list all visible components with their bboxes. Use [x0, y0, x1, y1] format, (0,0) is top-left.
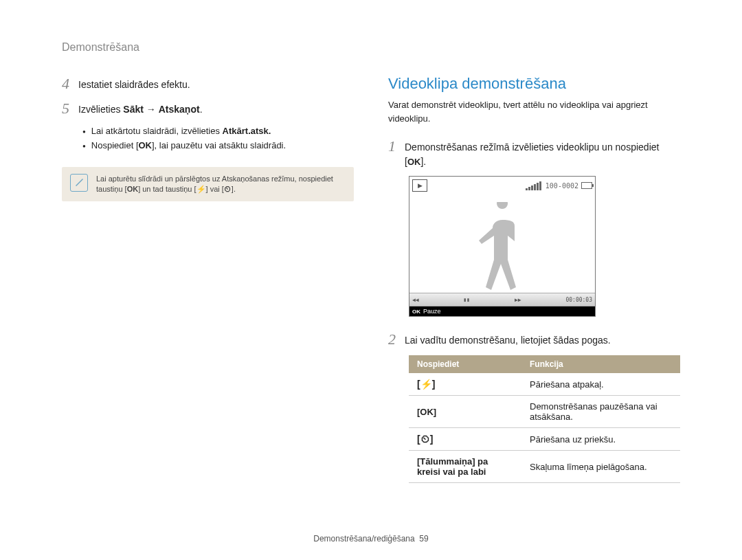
text-bold: Atkārt.atsk.: [223, 126, 271, 136]
timer-icon: ⏲: [224, 185, 232, 193]
step-text: Iestatiet slaidrādes efektu.: [78, 75, 190, 92]
note-box: Lai apturētu slīdrādi un pārslēgtos uz A…: [62, 167, 354, 202]
ok-icon: OK: [407, 157, 421, 167]
table-row: [⚡] Pāriešana atpakaļ.: [409, 373, 680, 396]
text: Demonstrēšanas režīmā izvēlieties videok…: [405, 142, 659, 167]
elapsed-time: 00:00:03: [565, 297, 592, 303]
intro-text: Varat demonstrēt videoklipu, tvert attēl…: [388, 98, 680, 125]
ok-icon: OK: [139, 140, 153, 150]
th-function: Funkcija: [521, 355, 680, 373]
file-counter: 100-0002: [546, 182, 578, 190]
text-bold: Atskaņot: [159, 104, 200, 115]
page-number: 59: [419, 534, 428, 544]
pause-label: Pauze: [423, 308, 441, 315]
playback-bar: ◀◀ ▮▮ ▶▶ 00:00:03: [409, 293, 595, 306]
ok-bar: OK Pauze: [409, 306, 595, 316]
step-text: Demonstrēšanas režīmā izvēlieties videok…: [405, 137, 680, 169]
step-number: 4: [62, 75, 78, 93]
list-item: Nospiediet [OK], lai pauzētu vai atsāktu…: [82, 139, 354, 153]
table-row: [⏲] Pāriešana uz priekšu.: [409, 428, 680, 451]
text: ] vai [: [206, 185, 224, 193]
footer-label: Demonstrēšana/rediģēšana: [313, 534, 414, 544]
list-item: Lai atkārtotu slaidrādi, izvēlieties Atk…: [82, 124, 354, 139]
text: ], lai pauzētu vai atsāktu slaidrādi.: [152, 140, 286, 150]
text: ].: [232, 185, 236, 193]
step-2: 2 Lai vadītu demonstrēšanu, lietojiet šā…: [388, 331, 680, 348]
ok-icon: [OK]: [417, 407, 436, 417]
volume-icon: [526, 181, 541, 190]
text: ] un tad taustiņu [: [138, 185, 196, 193]
text: .: [200, 104, 203, 115]
step-1: 1 Demonstrēšanas režīmā izvēlieties vide…: [388, 137, 680, 169]
play-indicator-icon: ▶: [412, 179, 427, 192]
figure-silhouette: [409, 193, 595, 291]
left-column: 4 Iestatiet slaidrādes efektu. 5 Izvēlie…: [62, 75, 354, 534]
flash-icon: ⚡: [196, 185, 206, 193]
ok-icon: OK: [127, 185, 139, 193]
text: Lai atkārtotu slaidrādi, izvēlieties: [91, 126, 223, 136]
func-text: Demonstrēšanas pauzēšana vai atsākšana.: [521, 396, 680, 428]
text-bold: Sākt: [123, 104, 144, 115]
step-5: 5 Izvēlieties Sākt → Atskaņot.: [62, 100, 354, 117]
function-table: Nospiediet Funkcija [⚡] Pāriešana atpaka…: [409, 355, 680, 483]
arrow: →: [144, 104, 159, 115]
timer-icon: [⏲]: [417, 434, 433, 445]
video-preview: ▶ 100-0002 ◀◀ ▮: [409, 176, 596, 317]
step-number: 5: [62, 100, 78, 117]
func-text: Pāriešana atpakaļ.: [521, 373, 680, 396]
func-text: Skaļuma līmeņa pielāgošana.: [521, 451, 680, 483]
pause-icon: ▮▮: [463, 297, 470, 303]
note-icon: [70, 174, 88, 192]
step-4: 4 Iestatiet slaidrādes efektu.: [62, 75, 354, 93]
forward-icon: ▶▶: [515, 297, 521, 303]
footer: Demonstrēšana/rediģēšana 59: [62, 534, 680, 546]
rewind-icon: ◀◀: [412, 297, 419, 303]
section-title: Videoklipa demonstrēšana: [388, 75, 680, 93]
flash-icon: [⚡]: [417, 379, 435, 390]
note-text: Lai apturētu slīdrādi un pārslēgtos uz A…: [96, 174, 346, 195]
breadcrumb: Demonstrēšana: [62, 41, 680, 54]
step-number: 1: [388, 137, 405, 155]
ok-label: OK: [412, 309, 420, 315]
text: Izvēlieties: [78, 104, 123, 115]
step-number: 2: [388, 331, 405, 348]
func-text: Pāriešana uz priekšu.: [521, 428, 680, 451]
battery-icon: [581, 182, 592, 189]
right-column: Videoklipa demonstrēšana Varat demonstrē…: [388, 75, 680, 534]
table-row: [OK] Demonstrēšanas pauzēšana vai atsākš…: [409, 396, 680, 428]
text: Nospiediet [: [91, 140, 139, 150]
step-text: Lai vadītu demonstrēšanu, lietojiet šāda…: [405, 331, 611, 348]
text: ].: [420, 156, 426, 167]
step-text: Izvēlieties Sākt → Atskaņot.: [78, 100, 203, 117]
th-press: Nospiediet: [409, 355, 521, 373]
bullet-list: Lai atkārtotu slaidrādi, izvēlieties Atk…: [82, 124, 354, 153]
table-row: [Tālummaiņa] pa kreisi vai pa labi Skaļu…: [409, 451, 680, 483]
zoom-label: [Tālummaiņa] pa kreisi vai pa labi: [409, 451, 521, 483]
